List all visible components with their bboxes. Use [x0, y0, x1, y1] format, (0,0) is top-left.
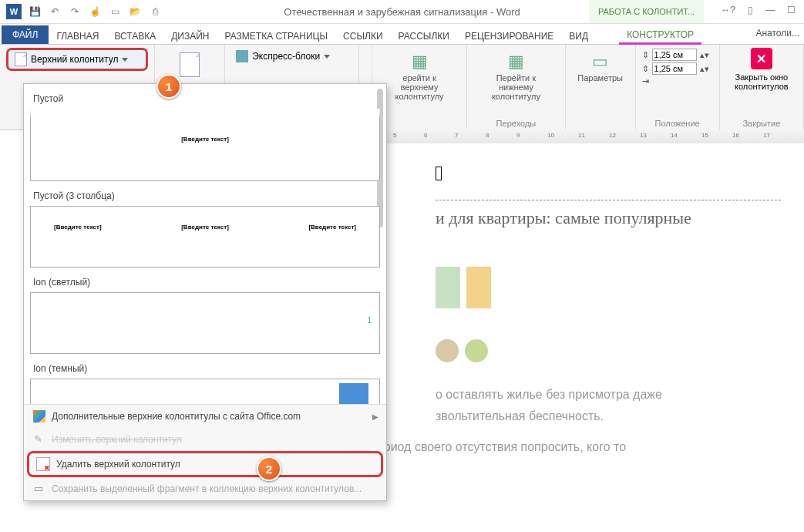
gallery-delete-label: Удалить верхний колонтитул [56, 459, 180, 470]
annotation-marker-1: 1 [156, 74, 181, 99]
tab-view[interactable]: ВИД [561, 28, 596, 44]
gallery-edit-label: Изменить верхний колонтитул [52, 434, 182, 445]
gallery-more-office[interactable]: Дополнительные верхние колонтитулы с сай… [24, 405, 386, 428]
annotation-marker-2: 2 [257, 456, 281, 481]
spinner-icon[interactable]: ▴▾ [700, 64, 709, 74]
gallery-delete-header[interactable]: Удалить верхний колонтитул [27, 451, 383, 477]
maximize-button[interactable]: ☐ [783, 3, 799, 17]
document-paragraph: о оставлять жилье без присмотра даже [436, 386, 781, 404]
header-gallery-dropdown: Пустой [Введите текст] Пустой (3 столбца… [23, 83, 387, 501]
header-top-spin[interactable]: ⇕ ▴▾ [642, 48, 713, 62]
qat-undo-icon[interactable]: ↶ [48, 5, 62, 19]
ruler-tick: 17 [763, 132, 770, 139]
goto-header-label: ерейти к верхнему колонтитулу [383, 73, 456, 101]
gallery-thumb-empty[interactable]: [Введите текст] [30, 109, 380, 181]
tab-home[interactable]: ГЛАВНАЯ [49, 28, 106, 44]
image-thumb [466, 267, 491, 308]
thumb-placeholder: [Введите текст] [181, 136, 229, 143]
parameters-button[interactable]: ▭ Параметры [572, 48, 629, 85]
tab-review[interactable]: РЕЦЕНЗИРОВАНИЕ [457, 28, 561, 44]
thumb-col2: [Введите текст] [181, 224, 229, 231]
gallery-edit-header[interactable]: Изменить верхний колонтитул [24, 428, 386, 451]
tab-design[interactable]: ДИЗАЙН [163, 28, 217, 44]
spinner-icon[interactable]: ▴▾ [700, 50, 709, 60]
gallery-thumb-3col[interactable]: [Введите текст] [Введите текст] [Введите… [30, 206, 380, 268]
document-paragraph: Конечно, можно на период своего отсутств… [385, 438, 781, 456]
document-heading: и для квартиры: самые популярные [436, 208, 781, 228]
ruler-tick: 11 [578, 132, 585, 139]
header-dropdown-button[interactable]: Верхний колонтитул [6, 48, 148, 71]
ruler-tick: 13 [640, 132, 647, 139]
qat-open-icon[interactable]: 📂 [128, 5, 142, 19]
gallery-more-label: Дополнительные верхние колонтитулы с сай… [52, 411, 301, 422]
ruler-tick: 16 [732, 132, 739, 139]
header-bottom-spin[interactable]: ⇕ ▴▾ [642, 62, 713, 76]
account-name[interactable]: Анатоли... [755, 28, 799, 39]
tab-insert[interactable]: ВСТАВКА [106, 28, 163, 44]
ruler-tick: 6 [424, 132, 427, 139]
gallery-section-empty: Пустой [30, 87, 380, 109]
chevron-down-icon [122, 58, 128, 62]
minimize-button[interactable]: — [762, 3, 779, 17]
thumb-col3: [Введите текст] [308, 224, 356, 231]
gallery-save-label: Сохранить выделенный фрагмент в коллекци… [52, 483, 362, 494]
qat-new-icon[interactable]: ▭ [108, 5, 122, 19]
office-icon [33, 410, 45, 423]
header-top-input[interactable] [652, 49, 697, 61]
tab-references[interactable]: ССЫЛКИ [335, 28, 390, 44]
ribbon-tabs: ФАЙЛ ГЛАВНАЯ ВСТАВКА ДИЗАЙН РАЗМЕТКА СТР… [0, 24, 804, 45]
qat-print-icon[interactable]: ⎙ [148, 5, 162, 19]
document-area[interactable]: и для квартиры: самые популярные о остав… [385, 143, 804, 532]
chevron-down-icon [324, 55, 330, 59]
qat-redo-icon[interactable]: ↷ [68, 5, 82, 19]
parameters-label: Параметры [577, 73, 623, 82]
page-large-icon [180, 52, 200, 77]
image-row [436, 267, 781, 308]
express-label: Экспресс-блоки [252, 51, 320, 62]
ruler-tick: 8 [486, 132, 489, 139]
horizontal-ruler[interactable]: 5 6 7 8 9 10 11 12 13 14 15 16 17 [385, 130, 804, 144]
tab-constructor[interactable]: КОНСТРУКТОР [619, 26, 701, 44]
word-icon: W [6, 4, 22, 19]
qat-touch-icon[interactable]: ☝ [88, 5, 102, 19]
title-bar: W 💾 ↶ ↷ ☝ ▭ 📂 ⎙ Отечественная и зарубежн… [0, 0, 804, 24]
ribbon-help-icon[interactable]: ↔? [717, 3, 739, 17]
tab-icon: ⇥ [642, 76, 649, 86]
tab-insert-spin[interactable]: ⇥ [642, 76, 713, 87]
header-bottom-input[interactable] [652, 62, 697, 75]
window-controls: ↔? ▯ — ☐ [717, 3, 799, 17]
gallery-section-3col: Пустой (3 столбца) [30, 184, 380, 206]
goto-header-button[interactable]: ▦ ерейти к верхнему колонтитулу [378, 48, 460, 103]
ruler-tick: 9 [516, 132, 520, 139]
close-icon: ✕ [751, 48, 772, 69]
save-icon [33, 483, 45, 495]
close-header-footer-button[interactable]: ✕ Закрыть окно колонтитулов [726, 48, 797, 91]
image-thumb [465, 339, 488, 362]
delete-header-icon [36, 457, 50, 471]
ribbon-options-icon[interactable]: ▯ [744, 3, 757, 17]
header-button-label: Верхний колонтитул [31, 54, 118, 65]
qat-save-icon[interactable]: 💾 [28, 5, 42, 19]
tab-mailings[interactable]: РАССЫЛКИ [391, 28, 457, 44]
close-group-label: Закрытие [726, 116, 797, 128]
gallery-section-ion-dark: Ion (темный) [30, 357, 380, 379]
gallery-footer: Дополнительные верхние колонтитулы с сай… [24, 404, 386, 500]
document-paragraph: звольтительная беспечность. [436, 407, 781, 426]
express-blocks-button[interactable]: Экспресс-блоки [231, 48, 352, 65]
header-region[interactable] [436, 167, 781, 200]
gallery-thumb-ion-dark[interactable]: 1 [30, 379, 380, 404]
gallery-section-ion-light: Ion (светлый) [30, 271, 380, 292]
ruler-tick: 5 [393, 132, 396, 139]
ruler-icon: ⇕ [642, 50, 649, 60]
gallery-scroll[interactable]: Пустой [Введите текст] Пустой (3 столбца… [24, 84, 386, 404]
goto-footer-button[interactable]: ▦ Перейти к нижнему колонтитулу [473, 48, 559, 103]
gear-icon: ▭ [589, 50, 612, 73]
tab-layout[interactable]: РАЗМЕТКА СТРАНИЦЫ [217, 28, 336, 44]
edit-icon [33, 433, 45, 446]
page-surface: и для квартиры: самые популярные о остав… [385, 143, 804, 456]
tab-file[interactable]: ФАЙЛ [2, 25, 49, 44]
chevron-right-icon: ▶ [372, 412, 378, 421]
blocks-icon [236, 50, 248, 62]
gallery-thumb-ion-light[interactable]: 1 [30, 292, 380, 354]
ruler-tick: 7 [455, 132, 458, 139]
